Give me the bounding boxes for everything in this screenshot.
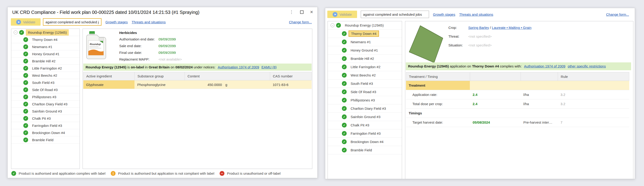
tree-item-field[interactable]: Little Farringdon #2 [328,63,402,71]
crop-link[interactable]: Spring Barley [468,26,489,30]
tree-item-label[interactable]: Phillipstones #3 [30,94,58,100]
tree-item-field[interactable]: Honey Ground #1 [11,50,80,58]
tree-item-field[interactable]: Side Of Road #3 [328,88,402,96]
tree-item-label[interactable]: Farringdon Field #3 [348,130,383,136]
other-restrictions-link[interactable]: other specific restrictions [568,64,606,68]
window-menu-icon[interactable] [290,10,294,14]
tree-item-label[interactable]: Side Of Road #3 [348,89,378,95]
validate-button[interactable]: Validate [11,18,40,26]
tree-item-label[interactable]: West Beechs #2 [30,72,59,79]
tree-item-label[interactable]: Bramble Field [30,137,56,143]
timings-section-row[interactable]: Timings [406,109,629,118]
treatment-section-row[interactable]: Treatment [406,81,629,90]
tree-item-label[interactable]: Sainfoin Ground #3 [348,114,382,120]
eamu-link[interactable]: EAMU (8) [261,65,276,69]
tree-item-field[interactable]: Sainfoin Ground #3 [11,108,80,115]
tree-item-field[interactable]: Honey Ground #1 [328,46,402,55]
tree-item-label[interactable]: Newmans #1 [348,39,373,45]
tree-item-field[interactable]: Farringdon Field #3 [11,122,80,129]
tree-item-label[interactable]: Side Of Road #3 [30,87,60,93]
validate-scope-input[interactable] [43,18,102,26]
status-ok-icon [23,94,28,99]
tree-item-field[interactable]: Thorny Down #4 [11,36,80,43]
tree-item-label[interactable]: South Field #3 [348,80,375,87]
tree-item-label[interactable]: Bramble Field [348,147,374,153]
compliance-window: UK CRD Compliance - Field work plan 00-0… [8,7,318,178]
empty-cell [520,81,558,90]
tree-item-field[interactable]: Charlton Diary Field #3 [11,100,80,108]
tree-item-field[interactable]: Charlton Diary Field #3 [328,104,402,113]
application-rate-row[interactable]: Application rate: 2.4 l/ha 3.2 [406,90,629,99]
tree-item-field[interactable]: Brockington Down #4 [328,138,402,146]
window-maximize-icon[interactable] [300,11,304,14]
tree-item-label[interactable]: Newmans #1 [30,44,54,50]
tree-item-label[interactable]: Sainfoin Ground #3 [30,108,64,114]
tree-item-field[interactable]: Thorny Down #4 [328,30,402,38]
tree-item-label[interactable]: Thorny Down #4 [348,31,379,37]
tree-item-field[interactable]: Brockington Down #4 [11,129,80,136]
field-label: Sale end date: [119,44,158,48]
tree-item-label[interactable]: Farringdon Field #3 [30,122,64,129]
tree-item-field[interactable]: Phillipstones #3 [328,96,402,104]
tree-item-field[interactable]: West Beechs #2 [11,72,80,79]
tree-item-label[interactable]: Little Farringdon #2 [30,65,64,71]
change-form-link[interactable]: Change form... [289,20,312,24]
tree-item-field[interactable]: Newmans #1 [11,43,80,50]
threats-situations-link[interactable]: Threats and situations [459,13,494,17]
tree-item-field[interactable]: Side Of Road #3 [11,86,80,93]
authorisation-notice-link[interactable]: Authorisation 1974 of 2009 [218,65,259,69]
tree-root-product[interactable]: Roundup Energy (12945) [328,21,402,30]
tree-item-field[interactable]: Sainfoin Ground #3 [328,113,402,121]
tree-item-label[interactable]: Charlton Diary Field #3 [30,101,70,107]
validate-button[interactable]: Validate [327,11,357,18]
ingredient-row[interactable]: Glyphosate Phosphonoglycine 450.0000 g 1… [83,80,312,89]
validate-scope-input[interactable] [361,11,429,18]
tree-item-label[interactable]: Honey Ground #1 [30,51,61,57]
tree-item-field[interactable]: South Field #3 [328,80,402,88]
tree-item-label[interactable]: Bramble Hill #2 [30,58,58,64]
tree-item-field[interactable]: Chalk Pit #3 [11,115,80,122]
variety-link[interactable]: Laureate • Malting • Grain [492,26,532,30]
tree-item-field[interactable]: Bramble Hill #2 [328,55,402,63]
tree-item-label[interactable]: Honey Ground #1 [348,47,380,53]
tree-item-field[interactable]: Chalk Pit #3 [328,121,402,129]
change-form-link[interactable]: Change form... [606,13,629,17]
tree-root-label[interactable]: Roundup Energy (12945) [343,22,386,29]
tree-item-label[interactable]: West Beechs #2 [348,72,378,78]
status-ok-icon [23,109,28,114]
window-close-icon[interactable] [310,10,313,14]
tree-item-field[interactable]: Farringdon Field #3 [328,129,402,138]
tree-item-field[interactable]: Newmans #1 [328,38,402,46]
tree-root-product[interactable]: Roundup Energy (12945) [11,29,80,36]
authorisation-notice-link[interactable]: Authorisation 1974 of 2009 [524,64,565,68]
field-compliance-window: Validate Growth stages Threats and situa… [325,8,635,179]
tree-item-field[interactable]: Bramble Field [11,136,80,143]
tree-item-label[interactable]: Chalk Pit #3 [348,122,371,128]
tree-item-label[interactable]: Little Farringdon #2 [348,64,382,70]
tree-root-label[interactable]: Roundup Energy (12945) [26,29,69,36]
banner-text: in [145,65,148,69]
collapse-minus-icon[interactable] [330,23,334,27]
tree-item-label[interactable]: Chalk Pit #3 [30,115,53,121]
tree-item-field[interactable]: South Field #3 [11,79,80,86]
window-title-bar[interactable]: UK CRD Compliance - Field work plan 00-0… [8,7,318,17]
growth-stages-link[interactable]: Growth stages [106,20,128,24]
tree-item-field[interactable]: Little Farringdon #2 [11,65,80,72]
tree-item-label[interactable]: Bramble Hill #2 [348,56,376,62]
tree-item-field[interactable]: Phillipstones #3 [11,93,80,100]
tree-item-label[interactable]: Phillipstones #3 [348,97,377,103]
target-harvest-row[interactable]: Target harvest date: 05/08/2024 Pre-harv… [406,118,629,127]
tree-item-label[interactable]: South Field #3 [30,80,56,86]
tree-item-field[interactable]: West Beechs #2 [328,71,402,80]
threats-situations-link[interactable]: Threats and situations [132,20,166,24]
tree-item-label[interactable]: Brockington Down #4 [30,130,67,136]
tree-item-field[interactable]: Bramble Hill #2 [11,58,80,65]
growth-stages-link[interactable]: Growth stages [433,13,455,17]
validate-button-label: Validate [340,13,352,17]
tree-item-label[interactable]: Thorny Down #4 [30,37,60,43]
tree-item-label[interactable]: Brockington Down #4 [348,139,386,145]
collapse-minus-icon[interactable] [14,31,18,35]
tree-item-field[interactable]: Bramble Field [328,146,402,154]
total-dose-row[interactable]: Total dose per crop: 2.4 l/ha 3.2 [406,99,629,109]
tree-item-label[interactable]: Charlton Diary Field #3 [348,105,388,112]
